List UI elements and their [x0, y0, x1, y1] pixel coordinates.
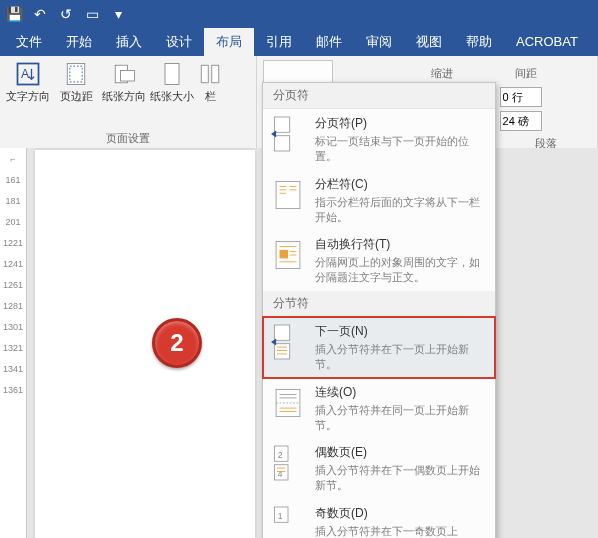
orientation-button[interactable]: 纸张方向 [102, 60, 146, 103]
menu-item-desc: 标记一页结束与下一页开始的位置。 [315, 134, 487, 164]
margins-icon [62, 60, 90, 88]
even-page-icon: 24 [271, 444, 305, 482]
breaks-menu: 分页符 分页符(P) 标记一页结束与下一页开始的位置。 分栏符(C) 指示分栏符… [262, 82, 496, 538]
group-label-page-setup: 页面设置 [0, 131, 256, 148]
spacing-label: 间距 [461, 62, 591, 84]
svg-rect-26 [274, 344, 289, 359]
svg-text:A: A [21, 67, 30, 81]
menu-section-page-breaks: 分页符 [263, 83, 495, 109]
menu-item-desc: 插入分节符并在下一偶数页上开始新节。 [315, 463, 487, 493]
orientation-icon [110, 60, 138, 88]
menu-item-title: 连续(O) [315, 384, 487, 401]
margins-button[interactable]: 页边距 [54, 60, 98, 103]
ribbon-tabs: 文件 开始 插入 设计 布局 引用 邮件 审阅 视图 帮助 ACROBAT [0, 28, 598, 56]
redo-icon[interactable]: ↺ [58, 6, 74, 22]
svg-rect-11 [274, 117, 289, 132]
menu-item-odd-page[interactable]: 1 奇数页(D) 插入分节符并在下一奇数页上 [263, 499, 495, 538]
text-direction-button[interactable]: A 文字方向 [6, 60, 50, 103]
svg-rect-2 [67, 64, 85, 85]
menu-item-desc: 指示分栏符后面的文字将从下一栏开始。 [315, 195, 487, 225]
svg-rect-7 [201, 65, 208, 83]
tab-help[interactable]: 帮助 [454, 28, 504, 56]
save-icon[interactable]: 💾 [6, 6, 22, 22]
page-break-icon [271, 115, 305, 153]
svg-rect-5 [121, 71, 135, 82]
quick-access-toolbar: 💾 ↶ ↺ ▭ ▾ [0, 0, 598, 28]
menu-item-continuous[interactable]: 连续(O) 插入分节符并在同一页上开始新节。 [263, 378, 495, 439]
svg-rect-8 [212, 65, 219, 83]
size-button[interactable]: 纸张大小 [150, 60, 194, 103]
menu-item-desc: 插入分节符并在下一奇数页上 [315, 524, 487, 538]
column-break-icon [271, 176, 305, 214]
document-page[interactable] [35, 150, 255, 538]
menu-section-section-breaks: 分节符 [263, 291, 495, 317]
svg-text:2: 2 [278, 450, 283, 460]
tab-acrobat[interactable]: ACROBAT [504, 28, 590, 56]
menu-item-title: 下一页(N) [315, 323, 487, 340]
menu-item-page-break[interactable]: 分页符(P) 标记一页结束与下一页开始的位置。 [263, 109, 495, 170]
tab-insert[interactable]: 插入 [104, 28, 154, 56]
vertical-ruler: ⌐ 161 181 201 1221 1241 1261 1281 1301 1… [0, 148, 27, 538]
menu-item-title: 分页符(P) [315, 115, 487, 132]
tab-review[interactable]: 审阅 [354, 28, 404, 56]
menu-item-column-break[interactable]: 分栏符(C) 指示分栏符后面的文字将从下一栏开始。 [263, 170, 495, 231]
svg-text:1: 1 [278, 511, 283, 521]
menu-item-title: 偶数页(E) [315, 444, 487, 461]
spacing-after-input[interactable] [500, 111, 542, 131]
continuous-icon [271, 384, 305, 422]
tab-references[interactable]: 引用 [254, 28, 304, 56]
tab-mailings[interactable]: 邮件 [304, 28, 354, 56]
text-direction-icon: A [14, 60, 42, 88]
menu-item-text-wrapping[interactable]: 自动换行符(T) 分隔网页上的对象周围的文字，如分隔题注文字与正文。 [263, 230, 495, 291]
tab-design[interactable]: 设计 [154, 28, 204, 56]
undo-icon[interactable]: ↶ [32, 6, 48, 22]
tab-home[interactable]: 开始 [54, 28, 104, 56]
svg-rect-6 [165, 64, 179, 85]
menu-item-even-page[interactable]: 24 偶数页(E) 插入分节符并在下一偶数页上开始新节。 [263, 438, 495, 499]
columns-icon [196, 60, 224, 88]
menu-item-title: 奇数页(D) [315, 505, 487, 522]
spacing-before-input[interactable] [500, 87, 542, 107]
text-wrap-icon [271, 236, 305, 274]
indent-label: 缩进 [431, 62, 453, 84]
menu-item-title: 分栏符(C) [315, 176, 487, 193]
menu-item-desc: 插入分节符并在同一页上开始新节。 [315, 403, 487, 433]
touch-mode-icon[interactable]: ▭ [84, 6, 100, 22]
svg-rect-25 [274, 325, 289, 340]
qat-more-icon[interactable]: ▾ [110, 6, 126, 22]
tab-file[interactable]: 文件 [4, 28, 54, 56]
next-page-icon [271, 323, 305, 361]
svg-rect-21 [280, 250, 289, 259]
svg-text:4: 4 [278, 469, 283, 479]
size-icon [158, 60, 186, 88]
menu-item-next-page[interactable]: 下一页(N) 插入分节符并在下一页上开始新节。 [263, 317, 495, 378]
callout-badge: 2 [152, 318, 202, 368]
odd-page-icon: 1 [271, 505, 305, 538]
menu-item-title: 自动换行符(T) [315, 236, 487, 253]
svg-rect-13 [276, 181, 300, 208]
menu-item-desc: 插入分节符并在下一页上开始新节。 [315, 342, 487, 372]
svg-rect-12 [274, 136, 289, 151]
tab-view[interactable]: 视图 [404, 28, 454, 56]
columns-button[interactable]: 栏 [198, 60, 222, 103]
tab-layout[interactable]: 布局 [204, 28, 254, 56]
menu-item-desc: 分隔网页上的对象周围的文字，如分隔题注文字与正文。 [315, 255, 487, 285]
